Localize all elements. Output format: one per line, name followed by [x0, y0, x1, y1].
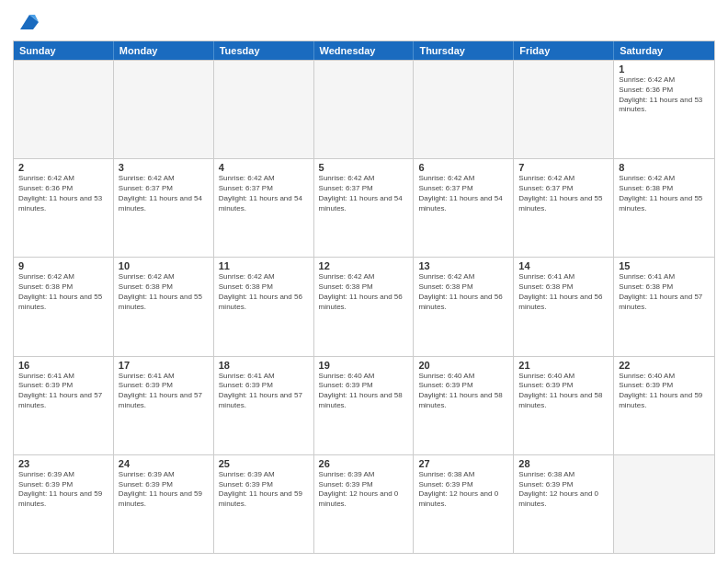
calendar-cell: 18Sunrise: 6:41 AMSunset: 6:39 PMDayligh…	[214, 357, 314, 454]
calendar-cell: 25Sunrise: 6:39 AMSunset: 6:39 PMDayligh…	[214, 455, 314, 553]
calendar: SundayMondayTuesdayWednesdayThursdayFrid…	[13, 40, 715, 554]
logo	[13, 9, 42, 35]
calendar-cell: 2Sunrise: 6:42 AMSunset: 6:36 PMDaylight…	[14, 159, 114, 257]
day-info: Sunrise: 6:41 AMSunset: 6:39 PMDaylight:…	[18, 372, 108, 411]
day-number: 13	[418, 260, 508, 271]
calendar-cell	[14, 61, 114, 158]
day-number: 25	[219, 458, 309, 469]
day-number: 23	[18, 458, 108, 469]
day-info: Sunrise: 6:42 AMSunset: 6:38 PMDaylight:…	[418, 272, 508, 312]
day-info: Sunrise: 6:42 AMSunset: 6:36 PMDaylight:…	[619, 75, 710, 115]
calendar-header: SundayMondayTuesdayWednesdayThursdayFrid…	[14, 41, 714, 60]
day-info: Sunrise: 6:42 AMSunset: 6:38 PMDaylight:…	[619, 174, 710, 213]
calendar-cell: 13Sunrise: 6:42 AMSunset: 6:38 PMDayligh…	[414, 258, 514, 355]
day-number: 1	[619, 63, 710, 75]
header-day-friday: Friday	[514, 41, 614, 60]
calendar-cell: 1Sunrise: 6:42 AMSunset: 6:36 PMDaylight…	[614, 61, 714, 158]
day-number: 21	[518, 360, 609, 371]
day-info: Sunrise: 6:39 AMSunset: 6:39 PMDaylight:…	[219, 470, 309, 510]
calendar-cell: 15Sunrise: 6:41 AMSunset: 6:38 PMDayligh…	[614, 258, 714, 355]
day-number: 24	[119, 458, 209, 469]
calendar-cell	[114, 61, 214, 158]
day-info: Sunrise: 6:42 AMSunset: 6:38 PMDaylight:…	[219, 272, 309, 312]
calendar-cell: 11Sunrise: 6:42 AMSunset: 6:38 PMDayligh…	[214, 258, 314, 355]
header-day-tuesday: Tuesday	[214, 41, 314, 60]
calendar-cell: 3Sunrise: 6:42 AMSunset: 6:37 PMDaylight…	[114, 159, 214, 257]
calendar-cell: 21Sunrise: 6:40 AMSunset: 6:39 PMDayligh…	[514, 357, 614, 454]
day-number: 22	[619, 360, 710, 371]
calendar-cell	[214, 61, 314, 158]
day-info: Sunrise: 6:40 AMSunset: 6:39 PMDaylight:…	[619, 372, 710, 411]
calendar-cell: 4Sunrise: 6:42 AMSunset: 6:37 PMDaylight…	[214, 159, 314, 257]
day-info: Sunrise: 6:42 AMSunset: 6:37 PMDaylight:…	[119, 174, 209, 213]
day-info: Sunrise: 6:41 AMSunset: 6:38 PMDaylight:…	[518, 272, 609, 312]
day-number: 5	[319, 162, 409, 173]
day-info: Sunrise: 6:40 AMSunset: 6:39 PMDaylight:…	[319, 372, 409, 411]
day-number: 12	[319, 260, 409, 271]
day-number: 4	[219, 162, 309, 173]
day-info: Sunrise: 6:38 AMSunset: 6:39 PMDaylight:…	[518, 470, 609, 510]
day-info: Sunrise: 6:40 AMSunset: 6:39 PMDaylight:…	[418, 372, 508, 411]
header-day-monday: Monday	[114, 41, 214, 60]
day-number: 27	[418, 458, 508, 469]
header-day-saturday: Saturday	[614, 41, 714, 60]
day-number: 26	[319, 458, 409, 469]
logo-icon	[17, 9, 42, 35]
header-day-sunday: Sunday	[14, 41, 114, 60]
calendar-cell: 5Sunrise: 6:42 AMSunset: 6:37 PMDaylight…	[314, 159, 415, 257]
day-info: Sunrise: 6:42 AMSunset: 6:37 PMDaylight:…	[319, 174, 409, 213]
calendar-cell	[514, 61, 614, 158]
day-info: Sunrise: 6:42 AMSunset: 6:38 PMDaylight:…	[18, 272, 108, 312]
calendar-cell: 6Sunrise: 6:42 AMSunset: 6:37 PMDaylight…	[414, 159, 514, 257]
calendar-week-1: 1Sunrise: 6:42 AMSunset: 6:36 PMDaylight…	[14, 60, 714, 158]
calendar-cell	[414, 61, 514, 158]
day-info: Sunrise: 6:38 AMSunset: 6:39 PMDaylight:…	[418, 470, 508, 510]
calendar-cell: 23Sunrise: 6:39 AMSunset: 6:39 PMDayligh…	[14, 455, 114, 553]
calendar-cell: 28Sunrise: 6:38 AMSunset: 6:39 PMDayligh…	[514, 455, 614, 553]
day-number: 7	[518, 162, 609, 173]
calendar-cell	[314, 61, 415, 158]
day-info: Sunrise: 6:41 AMSunset: 6:39 PMDaylight:…	[119, 372, 209, 411]
calendar-cell: 24Sunrise: 6:39 AMSunset: 6:39 PMDayligh…	[114, 455, 214, 553]
calendar-cell: 20Sunrise: 6:40 AMSunset: 6:39 PMDayligh…	[414, 357, 514, 454]
page: SundayMondayTuesdayWednesdayThursdayFrid…	[0, 0, 728, 563]
day-number: 8	[619, 162, 710, 173]
calendar-body: 1Sunrise: 6:42 AMSunset: 6:36 PMDaylight…	[14, 60, 714, 553]
day-number: 9	[18, 260, 108, 271]
day-info: Sunrise: 6:39 AMSunset: 6:39 PMDaylight:…	[119, 470, 209, 510]
calendar-cell: 12Sunrise: 6:42 AMSunset: 6:38 PMDayligh…	[314, 258, 415, 355]
day-number: 11	[219, 260, 309, 271]
header-day-wednesday: Wednesday	[314, 41, 415, 60]
day-number: 2	[18, 162, 108, 173]
calendar-cell: 22Sunrise: 6:40 AMSunset: 6:39 PMDayligh…	[614, 357, 714, 454]
day-info: Sunrise: 6:42 AMSunset: 6:36 PMDaylight:…	[18, 174, 108, 213]
day-info: Sunrise: 6:41 AMSunset: 6:38 PMDaylight:…	[619, 272, 710, 312]
day-info: Sunrise: 6:41 AMSunset: 6:39 PMDaylight:…	[219, 372, 309, 411]
day-info: Sunrise: 6:42 AMSunset: 6:37 PMDaylight:…	[219, 174, 309, 213]
calendar-cell: 10Sunrise: 6:42 AMSunset: 6:38 PMDayligh…	[114, 258, 214, 355]
day-number: 6	[418, 162, 508, 173]
calendar-week-5: 23Sunrise: 6:39 AMSunset: 6:39 PMDayligh…	[14, 454, 714, 553]
day-number: 18	[219, 360, 309, 371]
day-info: Sunrise: 6:42 AMSunset: 6:37 PMDaylight:…	[518, 174, 609, 213]
day-info: Sunrise: 6:39 AMSunset: 6:39 PMDaylight:…	[319, 470, 409, 510]
calendar-cell: 19Sunrise: 6:40 AMSunset: 6:39 PMDayligh…	[314, 357, 415, 454]
header	[13, 9, 715, 35]
calendar-cell: 14Sunrise: 6:41 AMSunset: 6:38 PMDayligh…	[514, 258, 614, 355]
day-info: Sunrise: 6:42 AMSunset: 6:37 PMDaylight:…	[418, 174, 508, 213]
day-info: Sunrise: 6:40 AMSunset: 6:39 PMDaylight:…	[518, 372, 609, 411]
day-number: 3	[119, 162, 209, 173]
header-day-thursday: Thursday	[414, 41, 514, 60]
day-number: 28	[518, 458, 609, 469]
day-info: Sunrise: 6:42 AMSunset: 6:38 PMDaylight:…	[119, 272, 209, 312]
day-number: 19	[319, 360, 409, 371]
calendar-cell: 8Sunrise: 6:42 AMSunset: 6:38 PMDaylight…	[614, 159, 714, 257]
day-info: Sunrise: 6:39 AMSunset: 6:39 PMDaylight:…	[18, 470, 108, 510]
calendar-cell: 7Sunrise: 6:42 AMSunset: 6:37 PMDaylight…	[514, 159, 614, 257]
day-number: 14	[518, 260, 609, 271]
day-number: 15	[619, 260, 710, 271]
calendar-cell: 17Sunrise: 6:41 AMSunset: 6:39 PMDayligh…	[114, 357, 214, 454]
day-number: 20	[418, 360, 508, 371]
calendar-cell: 16Sunrise: 6:41 AMSunset: 6:39 PMDayligh…	[14, 357, 114, 454]
calendar-cell	[614, 455, 714, 553]
